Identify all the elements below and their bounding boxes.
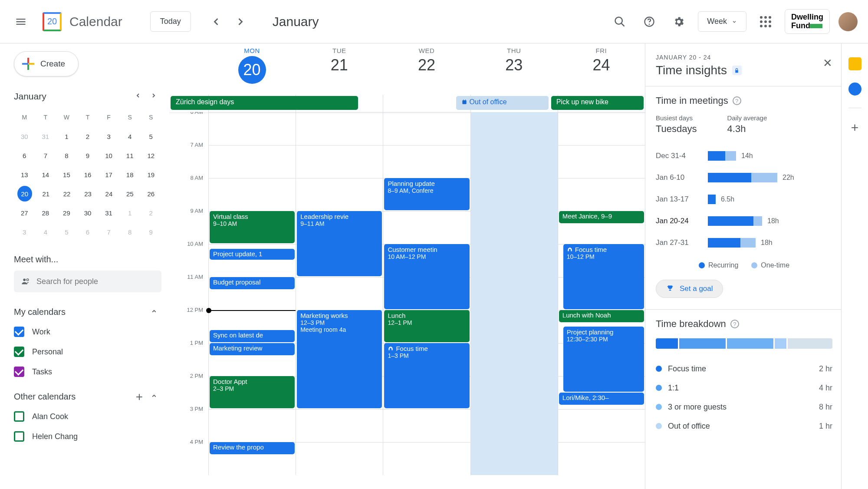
mini-day[interactable]: 28 xyxy=(35,203,56,222)
mini-day[interactable]: 30 xyxy=(77,203,99,222)
mini-day[interactable]: 12 xyxy=(140,146,161,165)
mini-day[interactable]: 4 xyxy=(35,222,56,241)
mini-day[interactable]: 11 xyxy=(119,146,141,165)
today-button[interactable]: Today xyxy=(150,11,191,32)
mini-day[interactable]: 9 xyxy=(77,146,99,165)
mini-day[interactable]: 2 xyxy=(140,203,161,222)
event[interactable]: Sync on latest de xyxy=(210,330,295,342)
add-addon-button[interactable]: + xyxy=(851,120,859,135)
day-column[interactable]: Virtual class9–10 AM Project update, 1 B… xyxy=(208,112,296,475)
mini-day[interactable]: 23 xyxy=(77,184,98,203)
event[interactable]: Planning update8–9 AM, Confere xyxy=(384,178,469,210)
mini-day[interactable]: 2 xyxy=(77,127,99,146)
mini-day[interactable]: 4 xyxy=(119,127,141,146)
next-week-button[interactable] xyxy=(230,11,251,32)
mini-day[interactable]: 16 xyxy=(77,165,99,184)
create-button[interactable]: Create xyxy=(14,51,79,76)
mini-day[interactable]: 15 xyxy=(56,165,77,184)
mini-day[interactable]: 21 xyxy=(36,184,56,203)
mini-day[interactable]: 1 xyxy=(56,127,77,146)
calendar-toggle[interactable]: Work xyxy=(14,327,161,337)
event[interactable]: Marketing review xyxy=(210,343,295,355)
allday-event[interactable]: Zürich design days xyxy=(171,96,358,110)
close-insights-button[interactable]: ✕ xyxy=(823,56,832,70)
mini-day[interactable]: 5 xyxy=(140,127,161,146)
mini-day[interactable]: 24 xyxy=(99,184,119,203)
help-tip-icon[interactable]: ? xyxy=(730,320,739,328)
event[interactable]: Lori/Mike, 2:30– xyxy=(559,393,644,405)
day-header[interactable]: WED22 xyxy=(383,43,470,95)
day-column[interactable]: Meet Janice, 9–9 Focus time10–12 PM Lunc… xyxy=(558,112,645,475)
event[interactable]: Marketing works12–3 PMMeeting room 4a xyxy=(297,310,382,408)
mini-day[interactable]: 1 xyxy=(119,203,141,222)
help-tip-icon[interactable]: ? xyxy=(733,96,741,105)
mini-day[interactable]: 6 xyxy=(14,146,35,165)
mini-day[interactable]: 3 xyxy=(98,127,119,146)
event[interactable]: Doctor Appt2–3 PM xyxy=(210,376,295,408)
mini-prev-button[interactable] xyxy=(130,92,146,101)
day-column[interactable] xyxy=(470,112,558,475)
day-header[interactable]: MON20 xyxy=(208,43,296,95)
mini-day[interactable]: 13 xyxy=(14,165,35,184)
event[interactable]: Virtual class9–10 AM xyxy=(210,211,295,243)
avatar[interactable] xyxy=(838,12,858,31)
allday-event[interactable]: Out of office xyxy=(456,96,549,110)
search-icon[interactable] xyxy=(609,11,630,32)
mini-day[interactable]: 19 xyxy=(140,165,161,184)
mini-day[interactable]: 8 xyxy=(119,222,141,241)
mini-day[interactable]: 3 xyxy=(14,222,35,241)
event[interactable]: Meet Janice, 9–9 xyxy=(559,211,644,223)
tasks-icon[interactable] xyxy=(848,83,861,96)
mini-day[interactable]: 10 xyxy=(98,146,119,165)
mini-day[interactable]: 7 xyxy=(98,222,119,241)
event[interactable]: Project planning12:30–2:30 PM xyxy=(563,327,644,392)
event[interactable]: Lunch with Noah xyxy=(559,310,644,322)
mini-day[interactable]: 26 xyxy=(141,184,161,203)
mini-day[interactable]: 17 xyxy=(98,165,119,184)
view-selector[interactable]: Week xyxy=(698,11,746,32)
day-column[interactable]: Leadership revie9–11 AM Marketing works1… xyxy=(296,112,383,475)
event[interactable]: Focus time10–12 PM xyxy=(563,244,644,309)
day-header[interactable]: THU23 xyxy=(470,43,558,95)
settings-icon[interactable] xyxy=(668,11,689,32)
event[interactable]: Customer meetin10 AM–12 PM xyxy=(384,244,469,309)
day-header[interactable]: TUE21 xyxy=(296,43,383,95)
mini-day[interactable]: 31 xyxy=(98,203,119,222)
event[interactable]: Budget proposal xyxy=(210,277,295,289)
mini-day[interactable]: 8 xyxy=(56,146,77,165)
collapse-my-calendars[interactable] xyxy=(147,307,161,317)
calendar-toggle[interactable]: Helen Chang xyxy=(14,431,161,442)
calendar-toggle[interactable]: Personal xyxy=(14,347,161,357)
collapse-other-calendars[interactable] xyxy=(147,392,161,402)
mini-day[interactable]: 5 xyxy=(56,222,77,241)
mini-day[interactable]: 29 xyxy=(56,203,77,222)
keep-icon[interactable] xyxy=(848,57,861,70)
mini-day[interactable]: 31 xyxy=(35,127,56,146)
mini-day[interactable]: 27 xyxy=(14,203,35,222)
event[interactable]: Review the propo xyxy=(210,442,295,454)
mini-day[interactable]: 22 xyxy=(56,184,77,203)
mini-day[interactable]: 25 xyxy=(119,184,140,203)
mini-day[interactable]: 14 xyxy=(35,165,56,184)
mini-day[interactable]: 9 xyxy=(140,222,161,241)
mini-day[interactable]: 20 xyxy=(17,186,32,202)
event[interactable]: Project update, 1 xyxy=(210,249,295,260)
day-header[interactable]: FRI24 xyxy=(558,43,645,95)
search-people[interactable] xyxy=(14,271,161,292)
event[interactable]: Leadership revie9–11 AM xyxy=(297,211,382,276)
calendar-toggle[interactable]: Alan Cook xyxy=(14,411,161,422)
event[interactable]: Focus time1–3 PM xyxy=(384,343,469,408)
mini-day[interactable]: 18 xyxy=(119,165,141,184)
mini-day[interactable]: 30 xyxy=(14,127,35,146)
add-other-calendar[interactable]: + xyxy=(132,393,147,401)
mini-day[interactable]: 6 xyxy=(77,222,99,241)
mini-day[interactable]: 7 xyxy=(35,146,56,165)
set-goal-button[interactable]: Set a goal xyxy=(656,280,723,298)
menu-icon[interactable] xyxy=(10,11,31,32)
apps-icon[interactable] xyxy=(755,11,776,32)
search-people-input[interactable] xyxy=(36,277,155,286)
mini-next-button[interactable] xyxy=(146,92,161,101)
prev-week-button[interactable] xyxy=(206,11,227,32)
event[interactable]: Lunch12–1 PM xyxy=(384,310,469,342)
day-column[interactable]: Planning update8–9 AM, Confere Customer … xyxy=(383,112,470,475)
